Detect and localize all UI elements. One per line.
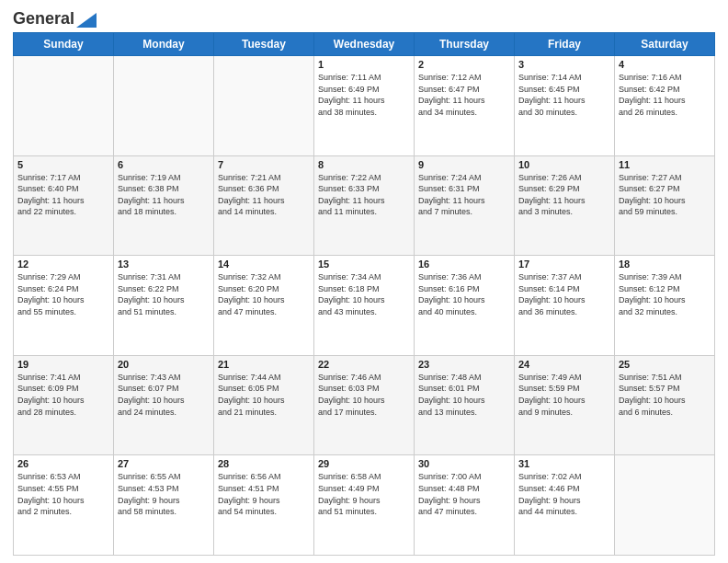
calendar-cell: 11Sunrise: 7:27 AM Sunset: 6:27 PM Dayli…: [615, 155, 715, 256]
calendar-week-4: 19Sunrise: 7:41 AM Sunset: 6:09 PM Dayli…: [14, 355, 715, 455]
day-info: Sunrise: 7:21 AM Sunset: 6:36 PM Dayligh…: [218, 172, 310, 218]
day-number: 7: [218, 159, 310, 170]
day-info: Sunrise: 7:32 AM Sunset: 6:20 PM Dayligh…: [218, 271, 310, 317]
day-info: Sunrise: 7:29 AM Sunset: 6:24 PM Dayligh…: [17, 271, 109, 317]
calendar-cell: 10Sunrise: 7:26 AM Sunset: 6:29 PM Dayli…: [515, 155, 615, 256]
weekday-header-tuesday: Tuesday: [214, 33, 314, 56]
day-info: Sunrise: 7:51 AM Sunset: 5:57 PM Dayligh…: [619, 372, 711, 418]
day-number: 30: [418, 458, 510, 469]
calendar-cell: 5Sunrise: 7:17 AM Sunset: 6:40 PM Daylig…: [14, 155, 114, 256]
day-number: 24: [518, 359, 610, 370]
calendar-cell: 8Sunrise: 7:22 AM Sunset: 6:33 PM Daylig…: [314, 155, 415, 256]
page-header: General: [13, 9, 715, 25]
day-number: 5: [17, 159, 109, 170]
day-number: 26: [17, 458, 109, 469]
day-info: Sunrise: 7:43 AM Sunset: 6:07 PM Dayligh…: [118, 372, 210, 418]
day-info: Sunrise: 7:16 AM Sunset: 6:42 PM Dayligh…: [619, 72, 711, 118]
day-info: Sunrise: 7:44 AM Sunset: 6:05 PM Dayligh…: [218, 372, 310, 418]
calendar-cell: 26Sunrise: 6:53 AM Sunset: 4:55 PM Dayli…: [14, 455, 114, 556]
calendar-cell: 13Sunrise: 7:31 AM Sunset: 6:22 PM Dayli…: [114, 256, 214, 356]
day-info: Sunrise: 7:22 AM Sunset: 6:33 PM Dayligh…: [318, 172, 410, 218]
day-info: Sunrise: 7:48 AM Sunset: 6:01 PM Dayligh…: [418, 372, 510, 418]
day-info: Sunrise: 7:14 AM Sunset: 6:45 PM Dayligh…: [518, 72, 610, 118]
calendar-cell: 16Sunrise: 7:36 AM Sunset: 6:16 PM Dayli…: [415, 256, 515, 356]
calendar-cell: 9Sunrise: 7:24 AM Sunset: 6:31 PM Daylig…: [415, 155, 515, 256]
weekday-header-friday: Friday: [515, 33, 615, 56]
day-number: 8: [318, 159, 410, 170]
calendar-cell: 20Sunrise: 7:43 AM Sunset: 6:07 PM Dayli…: [114, 355, 214, 455]
calendar-cell: 6Sunrise: 7:19 AM Sunset: 6:38 PM Daylig…: [114, 155, 214, 256]
calendar-cell: 31Sunrise: 7:02 AM Sunset: 4:46 PM Dayli…: [515, 455, 615, 556]
calendar-table: SundayMondayTuesdayWednesdayThursdayFrid…: [13, 32, 715, 556]
day-info: Sunrise: 6:58 AM Sunset: 4:49 PM Dayligh…: [318, 471, 410, 517]
day-number: 2: [418, 59, 510, 70]
calendar-cell: 4Sunrise: 7:16 AM Sunset: 6:42 PM Daylig…: [615, 56, 715, 156]
day-info: Sunrise: 7:37 AM Sunset: 6:14 PM Dayligh…: [518, 271, 610, 317]
calendar-cell: 3Sunrise: 7:14 AM Sunset: 6:45 PM Daylig…: [515, 56, 615, 156]
day-number: 12: [17, 259, 109, 270]
day-info: Sunrise: 7:19 AM Sunset: 6:38 PM Dayligh…: [118, 172, 210, 218]
day-info: Sunrise: 6:53 AM Sunset: 4:55 PM Dayligh…: [17, 471, 109, 517]
day-info: Sunrise: 7:27 AM Sunset: 6:27 PM Dayligh…: [619, 172, 711, 218]
weekday-header-thursday: Thursday: [415, 33, 515, 56]
calendar-cell: 27Sunrise: 6:55 AM Sunset: 4:53 PM Dayli…: [114, 455, 214, 556]
day-number: 9: [418, 159, 510, 170]
day-number: 11: [619, 159, 711, 170]
day-info: Sunrise: 6:55 AM Sunset: 4:53 PM Dayligh…: [118, 471, 210, 517]
logo-icon: [76, 13, 97, 28]
calendar-cell: 12Sunrise: 7:29 AM Sunset: 6:24 PM Dayli…: [14, 256, 114, 356]
day-number: 25: [619, 359, 711, 370]
calendar-cell: 1Sunrise: 7:11 AM Sunset: 6:49 PM Daylig…: [314, 56, 415, 156]
day-number: 19: [17, 359, 109, 370]
calendar-cell: 30Sunrise: 7:00 AM Sunset: 4:48 PM Dayli…: [415, 455, 515, 556]
day-info: Sunrise: 7:12 AM Sunset: 6:47 PM Dayligh…: [418, 72, 510, 118]
calendar-cell: 2Sunrise: 7:12 AM Sunset: 6:47 PM Daylig…: [415, 56, 515, 156]
day-info: Sunrise: 7:24 AM Sunset: 6:31 PM Dayligh…: [418, 172, 510, 218]
weekday-header-sunday: Sunday: [14, 33, 114, 56]
day-info: Sunrise: 7:39 AM Sunset: 6:12 PM Dayligh…: [619, 271, 711, 317]
day-number: 10: [518, 159, 610, 170]
calendar-cell: 14Sunrise: 7:32 AM Sunset: 6:20 PM Dayli…: [214, 256, 314, 356]
day-number: 4: [619, 59, 711, 70]
logo-general: General: [13, 9, 74, 29]
calendar-cell: 24Sunrise: 7:49 AM Sunset: 5:59 PM Dayli…: [515, 355, 615, 455]
day-number: 1: [318, 59, 410, 70]
calendar-cell: 25Sunrise: 7:51 AM Sunset: 5:57 PM Dayli…: [615, 355, 715, 455]
day-info: Sunrise: 7:46 AM Sunset: 6:03 PM Dayligh…: [318, 372, 410, 418]
weekday-header-monday: Monday: [114, 33, 214, 56]
day-number: 27: [118, 458, 210, 469]
calendar-body: 1Sunrise: 7:11 AM Sunset: 6:49 PM Daylig…: [14, 56, 715, 556]
day-info: Sunrise: 7:17 AM Sunset: 6:40 PM Dayligh…: [17, 172, 109, 218]
calendar-cell: 21Sunrise: 7:44 AM Sunset: 6:05 PM Dayli…: [214, 355, 314, 455]
day-info: Sunrise: 7:02 AM Sunset: 4:46 PM Dayligh…: [518, 471, 610, 517]
day-number: 28: [218, 458, 310, 469]
weekday-header-wednesday: Wednesday: [314, 33, 415, 56]
day-info: Sunrise: 6:56 AM Sunset: 4:51 PM Dayligh…: [218, 471, 310, 517]
calendar-cell: 22Sunrise: 7:46 AM Sunset: 6:03 PM Dayli…: [314, 355, 415, 455]
calendar-week-1: 1Sunrise: 7:11 AM Sunset: 6:49 PM Daylig…: [14, 56, 715, 156]
day-number: 21: [218, 359, 310, 370]
day-number: 13: [118, 259, 210, 270]
day-number: 16: [418, 259, 510, 270]
day-info: Sunrise: 7:49 AM Sunset: 5:59 PM Dayligh…: [518, 372, 610, 418]
weekday-header-row: SundayMondayTuesdayWednesdayThursdayFrid…: [14, 33, 715, 56]
svg-marker-0: [76, 13, 97, 28]
day-number: 3: [518, 59, 610, 70]
day-number: 15: [318, 259, 410, 270]
page-container: General SundayMondayTuesdayWednesdayThur…: [0, 0, 728, 563]
logo: General: [13, 9, 97, 25]
day-number: 18: [619, 259, 711, 270]
calendar-cell: 17Sunrise: 7:37 AM Sunset: 6:14 PM Dayli…: [515, 256, 615, 356]
day-info: Sunrise: 7:31 AM Sunset: 6:22 PM Dayligh…: [118, 271, 210, 317]
day-number: 22: [318, 359, 410, 370]
day-number: 6: [118, 159, 210, 170]
day-info: Sunrise: 7:11 AM Sunset: 6:49 PM Dayligh…: [318, 72, 410, 118]
day-info: Sunrise: 7:34 AM Sunset: 6:18 PM Dayligh…: [318, 271, 410, 317]
calendar-cell: [114, 56, 214, 156]
calendar-week-3: 12Sunrise: 7:29 AM Sunset: 6:24 PM Dayli…: [14, 256, 715, 356]
weekday-header-saturday: Saturday: [615, 33, 715, 56]
day-number: 31: [518, 458, 610, 469]
calendar-cell: 7Sunrise: 7:21 AM Sunset: 6:36 PM Daylig…: [214, 155, 314, 256]
day-number: 17: [518, 259, 610, 270]
calendar-cell: 18Sunrise: 7:39 AM Sunset: 6:12 PM Dayli…: [615, 256, 715, 356]
